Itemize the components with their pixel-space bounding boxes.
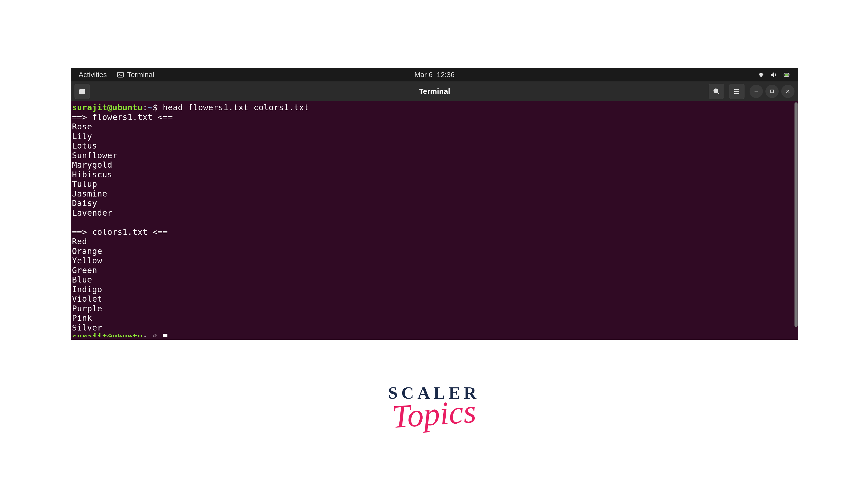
maximize-button[interactable] — [766, 85, 779, 98]
output-line: Violet — [72, 294, 793, 304]
svg-rect-3 — [785, 74, 788, 76]
ubuntu-desktop-screenshot: Activities Terminal Mar 6 12:36 — [71, 68, 798, 340]
terminal-text-area[interactable]: surajit@ubuntu:~$ head flowers1.txt colo… — [71, 101, 794, 340]
output-line: Lavender — [72, 208, 793, 218]
output-line: Blue — [72, 275, 793, 285]
terminal-body[interactable]: surajit@ubuntu:~$ head flowers1.txt colo… — [71, 101, 798, 340]
command-output: ==> flowers1.txt <==RoseLilyLotusSunflow… — [72, 113, 793, 333]
search-icon — [713, 88, 720, 95]
clock-time: 12:36 — [437, 71, 455, 79]
output-line: Yellow — [72, 256, 793, 266]
system-status-area[interactable] — [757, 71, 790, 79]
output-line: Purple — [72, 304, 793, 314]
minimize-icon — [753, 89, 759, 94]
next-prompt-user-host: surajit@ubuntu — [72, 333, 143, 337]
terminal-app-icon — [117, 71, 124, 78]
hamburger-menu-button[interactable] — [729, 84, 744, 99]
output-line: Red — [72, 237, 793, 247]
terminal-header-bar: Terminal — [71, 82, 798, 101]
output-line: Hibiscus — [72, 170, 793, 180]
search-button[interactable] — [709, 84, 724, 99]
output-line: Green — [72, 266, 793, 275]
terminal-cursor — [163, 334, 167, 337]
output-line: Jasmine — [72, 189, 793, 199]
output-line: Tulup — [72, 179, 793, 189]
scrollbar-track[interactable] — [794, 101, 798, 340]
svg-rect-0 — [118, 72, 124, 77]
prompt-line: surajit@ubuntu:~$ head flowers1.txt colo… — [72, 103, 793, 113]
top-bar-left-group: Activities Terminal — [79, 71, 154, 79]
output-line: Marygold — [72, 160, 793, 170]
new-tab-icon — [79, 88, 86, 95]
output-line: ==> flowers1.txt <== — [72, 113, 793, 122]
close-button[interactable] — [781, 85, 795, 98]
window-title: Terminal — [419, 87, 450, 96]
output-line: Orange — [72, 247, 793, 256]
output-line: Rose — [72, 122, 793, 132]
scaler-topics-watermark: SCALER Topics — [388, 383, 480, 435]
hamburger-icon — [733, 88, 741, 95]
wifi-icon — [757, 71, 765, 79]
next-prompt-path: ~ — [148, 333, 153, 337]
battery-icon — [783, 71, 790, 79]
clock-area[interactable]: Mar 6 12:36 — [414, 71, 455, 79]
minimize-button[interactable] — [750, 85, 763, 98]
watermark-line2: Topics — [386, 392, 481, 436]
clock-date: Mar 6 — [414, 71, 433, 79]
output-line: Indigo — [72, 285, 793, 295]
output-line: Pink — [72, 313, 793, 323]
output-line: Silver — [72, 323, 793, 333]
volume-icon — [770, 71, 778, 79]
app-menu-button[interactable]: Terminal — [117, 71, 154, 79]
svg-rect-2 — [789, 74, 789, 75]
prompt-user-host: surajit@ubuntu — [72, 102, 143, 112]
output-line: ==> colors1.txt <== — [72, 227, 793, 237]
output-line: Sunflower — [72, 151, 793, 160]
prompt-path: ~ — [148, 102, 153, 112]
next-prompt-line: surajit@ubuntu:~$ — [72, 333, 793, 337]
header-right-group — [709, 84, 795, 99]
output-line: Lotus — [72, 141, 793, 151]
output-line: Lily — [72, 132, 793, 142]
output-line — [72, 218, 793, 227]
maximize-icon — [769, 89, 775, 94]
svg-point-5 — [714, 89, 718, 93]
command-text: head flowers1.txt colors1.txt — [163, 102, 309, 112]
scrollbar-thumb[interactable] — [795, 102, 798, 327]
close-icon — [785, 89, 791, 94]
new-tab-button[interactable] — [74, 84, 90, 99]
app-menu-label: Terminal — [127, 71, 154, 79]
output-line: Daisy — [72, 198, 793, 208]
svg-rect-6 — [771, 90, 774, 93]
activities-button[interactable]: Activities — [79, 71, 107, 79]
gnome-top-bar: Activities Terminal Mar 6 12:36 — [71, 68, 798, 82]
